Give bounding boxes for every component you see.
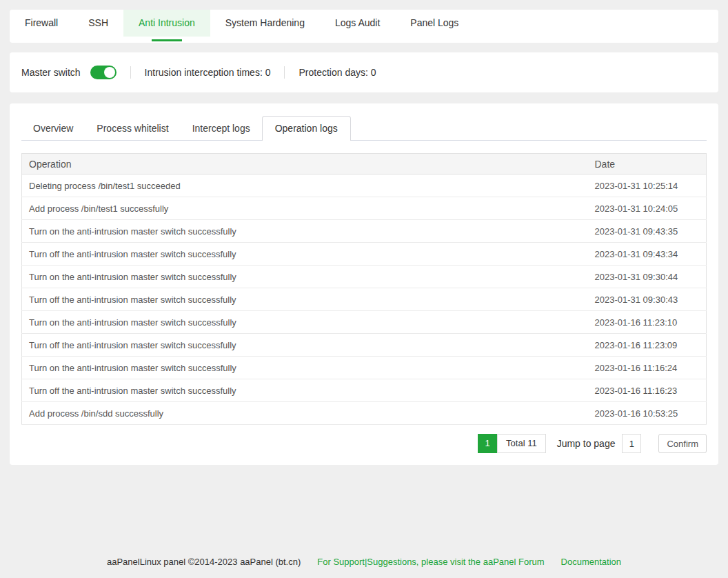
table-row: Turn off the anti-intrusion master switc… [22,334,707,357]
table-row: Turn on the anti-intrusion master switch… [22,266,707,288]
table-row: Turn on the anti-intrusion master switch… [22,311,707,334]
table-row: Turn off the anti-intrusion master switc… [22,243,707,266]
operation-cell: Turn off the anti-intrusion master switc… [22,379,588,402]
confirm-button[interactable]: Confirm [658,434,707,453]
date-cell: 2023-01-16 10:53:25 [588,402,707,425]
operation-cell: Turn on the anti-intrusion master switch… [22,266,588,288]
operation-cell: Turn on the anti-intrusion master switch… [22,311,588,334]
operation-cell: Turn off the anti-intrusion master switc… [22,288,588,311]
date-cell: 2023-01-31 10:24:05 [588,197,707,220]
footer: aaPanelLinux panel ©2014-2023 aaPanel (b… [0,557,728,567]
date-cell: 2023-01-31 10:25:14 [588,175,707,197]
operation-logs-table: Operation Date Deleting process /bin/tes… [21,153,707,425]
date-cell: 2023-01-16 11:16:23 [588,379,707,402]
top-tab-ssh[interactable]: SSH [73,10,123,37]
pagination: 1 Total 11 Jump to page Confirm [21,434,707,453]
inner-tab-overview[interactable]: Overview [21,116,85,141]
table-row: Add process /bin/test1 successfully 2023… [22,197,707,220]
date-cell: 2023-01-31 09:43:35 [588,220,707,243]
top-tab-anti-intrusion[interactable]: Anti Intrusion [123,10,210,37]
date-cell: 2023-01-16 11:23:09 [588,334,707,357]
top-tab-firewall[interactable]: Firewall [10,10,73,37]
divider [284,66,285,79]
table-row: Turn off the anti-intrusion master switc… [22,288,707,311]
table-row: Deleting process /bin/test1 succeeded 20… [22,175,707,197]
top-tab-panel-logs[interactable]: Panel Logs [395,10,474,37]
column-header-operation: Operation [22,154,588,175]
operation-cell: Add process /bin/sdd successfully [22,402,588,425]
anti-intrusion-panel: Overview Process whitelist Intercept log… [10,103,718,465]
interception-times-stat: Intrusion interception times: 0 [145,67,271,78]
table-row: Turn on the anti-intrusion master switch… [22,357,707,379]
operation-cell: Deleting process /bin/test1 succeeded [22,175,588,197]
top-tab-system-hardening[interactable]: System Hardening [210,10,320,37]
protection-days-stat: Protection days: 0 [299,67,376,78]
top-tab-logs-audit[interactable]: Logs Audit [320,10,395,37]
operation-cell: Turn off the anti-intrusion master switc… [22,243,588,266]
column-header-date: Date [588,154,707,175]
table-header-row: Operation Date [22,154,707,175]
jump-to-page-input[interactable] [622,434,641,453]
inner-tab-operation-logs[interactable]: Operation logs [262,116,351,141]
status-bar: Master switch Intrusion interception tim… [10,52,718,92]
documentation-link[interactable]: Documentation [561,557,621,567]
table-row: Turn off the anti-intrusion master switc… [22,379,707,402]
table-row: Turn on the anti-intrusion master switch… [22,220,707,243]
master-switch-toggle[interactable] [90,66,117,79]
date-cell: 2023-01-31 09:30:44 [588,266,707,288]
total-count-badge: Total 11 [497,434,546,453]
operation-cell: Turn off the anti-intrusion master switc… [22,334,588,357]
operation-cell: Turn on the anti-intrusion master switch… [22,220,588,243]
inner-tab-intercept-logs[interactable]: Intercept logs [181,116,262,141]
date-cell: 2023-01-16 11:23:10 [588,311,707,334]
master-switch-label: Master switch [21,67,81,78]
toggle-knob [104,67,115,78]
page: Firewall SSH Anti Intrusion System Harde… [0,0,728,475]
current-page-button[interactable]: 1 [478,434,497,453]
support-forum-link[interactable]: For Support|Suggestions, please visit th… [317,557,544,567]
security-tabbar: Firewall SSH Anti Intrusion System Harde… [10,10,718,43]
operation-cell: Turn on the anti-intrusion master switch… [22,357,588,379]
logs-tabbar: Overview Process whitelist Intercept log… [21,116,707,141]
date-cell: 2023-01-16 11:16:24 [588,357,707,379]
jump-to-page-label: Jump to page [557,438,616,449]
divider [130,66,131,79]
table-row: Add process /bin/sdd successfully 2023-0… [22,402,707,425]
inner-tab-process-whitelist[interactable]: Process whitelist [85,116,180,141]
copyright-text: aaPanelLinux panel ©2014-2023 aaPanel (b… [107,557,301,567]
operation-cell: Add process /bin/test1 successfully [22,197,588,220]
date-cell: 2023-01-31 09:30:43 [588,288,707,311]
date-cell: 2023-01-31 09:43:34 [588,243,707,266]
